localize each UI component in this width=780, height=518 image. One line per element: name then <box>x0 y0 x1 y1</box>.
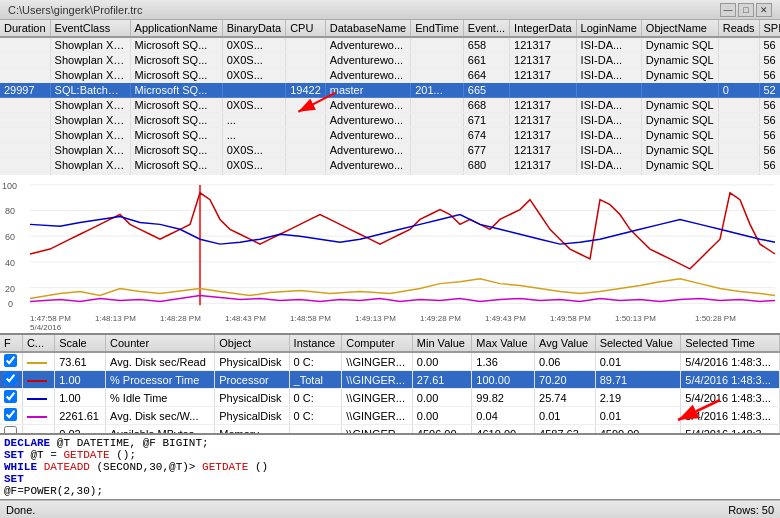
table-cell: 201... <box>411 83 464 98</box>
perf-cell-f[interactable] <box>0 425 22 436</box>
col-counter[interactable]: Counter <box>106 335 215 352</box>
col-duration[interactable]: Duration <box>0 20 50 37</box>
perf-cell: 0.00 <box>412 407 472 425</box>
table-cell: Showplan XML <box>50 128 130 143</box>
table-row[interactable]: Showplan XMLMicrosoft SQ...0X0S...Advent… <box>0 68 780 83</box>
perf-row[interactable]: 1.00% Processor TimeProcessor_Total\\GIN… <box>0 371 780 389</box>
col-object[interactable]: Object <box>215 335 289 352</box>
sql-line-1: DECLARE @T DATETIME, @F BIGINT; <box>4 437 776 449</box>
perf-checkbox[interactable] <box>4 408 17 421</box>
col-minval[interactable]: Min Value <box>412 335 472 352</box>
perf-checkbox[interactable] <box>4 426 17 435</box>
table-row[interactable]: Showplan XMLMicrosoft SQ...0X0S...Advent… <box>0 37 780 53</box>
col-spid[interactable]: SPID <box>759 20 780 37</box>
sql-line-4: SET <box>4 473 776 485</box>
table-cell <box>286 37 326 53</box>
perf-row[interactable]: 1.00% Idle TimePhysicalDisk0 C:\\GINGER.… <box>0 389 780 407</box>
perf-row[interactable]: 2261.61Avg. Disk sec/W...PhysicalDisk0 C… <box>0 407 780 425</box>
perf-cell: 0 C: <box>289 352 342 371</box>
col-loginname[interactable]: LoginName <box>576 20 641 37</box>
sql-section: DECLARE @T DATETIME, @F BIGINT; SET @T =… <box>0 435 780 500</box>
table-cell: 671 <box>463 113 509 128</box>
minimize-button[interactable]: — <box>720 3 736 17</box>
perf-cell: 5/4/2016 1:48:3... <box>681 352 780 371</box>
perf-cell: 27.61 <box>412 371 472 389</box>
col-endtime[interactable]: EndTime <box>411 20 464 37</box>
table-cell <box>411 98 464 113</box>
perf-section[interactable]: F C... Scale Counter Object Instance Com… <box>0 335 780 435</box>
table-cell <box>0 37 50 53</box>
color-indicator <box>27 398 47 400</box>
table-cell <box>0 158 50 173</box>
col-selval[interactable]: Selected Value <box>595 335 681 352</box>
col-f[interactable]: F <box>0 335 22 352</box>
event-table-wrapper[interactable]: Duration EventClass ApplicationName Bina… <box>0 20 780 175</box>
table-cell <box>411 128 464 143</box>
table-row[interactable]: Showplan XMLMicrosoft SQ...0X0S...Advent… <box>0 158 780 173</box>
table-cell: 677 <box>463 143 509 158</box>
perf-cell-color <box>22 352 54 371</box>
col-maxval[interactable]: Max Value <box>472 335 535 352</box>
col-binarydata[interactable]: BinaryData <box>222 20 285 37</box>
table-cell: Dynamic SQL <box>641 113 718 128</box>
status-right: Rows: 50 <box>728 504 774 516</box>
table-cell: 0X0S... <box>222 98 285 113</box>
table-cell <box>576 83 641 98</box>
table-cell <box>286 113 326 128</box>
table-cell: Adventurewo... <box>325 37 410 53</box>
table-cell: Microsoft SQ... <box>130 158 222 173</box>
table-cell: Dynamic SQL <box>641 98 718 113</box>
perf-cell-f[interactable] <box>0 371 22 389</box>
perf-cell: 4587.63 <box>535 425 596 436</box>
perf-cell: 5/4/2016 1:48:3... <box>681 425 780 436</box>
col-scale[interactable]: Scale <box>55 335 106 352</box>
perf-cell-f[interactable] <box>0 352 22 371</box>
perf-row[interactable]: 0.02Available MBytesMemory\\GINGER...450… <box>0 425 780 436</box>
perf-table-body: 73.61Avg. Disk sec/ReadPhysicalDisk0 C:\… <box>0 352 780 435</box>
col-intdata[interactable]: IntegerData <box>510 20 576 37</box>
svg-text:1:50:28 PM: 1:50:28 PM <box>695 314 736 323</box>
close-button[interactable]: ✕ <box>756 3 772 17</box>
col-c[interactable]: C... <box>22 335 54 352</box>
col-dbname[interactable]: DatabaseName <box>325 20 410 37</box>
table-row[interactable]: Showplan XMLMicrosoft SQ...0X0S...Advent… <box>0 53 780 68</box>
table-row[interactable]: Showplan XMLMicrosoft SQ......Adventurew… <box>0 113 780 128</box>
table-cell: master <box>325 83 410 98</box>
table-cell: Showplan XML <box>50 37 130 53</box>
perf-cell: 1.36 <box>472 352 535 371</box>
main-container: Duration EventClass ApplicationName Bina… <box>0 20 780 518</box>
col-objname[interactable]: ObjectName <box>641 20 718 37</box>
perf-checkbox[interactable] <box>4 372 17 385</box>
col-event[interactable]: Event... <box>463 20 509 37</box>
maximize-button[interactable]: □ <box>738 3 754 17</box>
table-cell <box>286 128 326 143</box>
table-cell <box>0 143 50 158</box>
col-reads[interactable]: Reads <box>718 20 759 37</box>
col-instance[interactable]: Instance <box>289 335 342 352</box>
table-cell: 665 <box>463 83 509 98</box>
col-computer[interactable]: Computer <box>342 335 413 352</box>
col-cpu[interactable]: CPU <box>286 20 326 37</box>
color-indicator <box>27 434 47 435</box>
col-avgval[interactable]: Avg Value <box>535 335 596 352</box>
col-eventclass[interactable]: EventClass <box>50 20 130 37</box>
table-cell <box>286 53 326 68</box>
table-row[interactable]: Showplan XMLMicrosoft SQ......Adventurew… <box>0 128 780 143</box>
col-seltime[interactable]: Selected Time <box>681 335 780 352</box>
table-cell <box>286 68 326 83</box>
table-row[interactable]: Showplan XMLMicrosoft SQ...0X0S...Advent… <box>0 98 780 113</box>
table-row[interactable]: Showplan XMLMicrosoft SQ...0X0S...Advent… <box>0 143 780 158</box>
table-cell: 121317 <box>510 37 576 53</box>
perf-cell: % Idle Time <box>106 389 215 407</box>
perf-cell-f[interactable] <box>0 389 22 407</box>
perf-checkbox[interactable] <box>4 354 17 367</box>
perf-cell-f[interactable] <box>0 407 22 425</box>
perf-cell: Available MBytes <box>106 425 215 436</box>
perf-cell: 0 C: <box>289 389 342 407</box>
perf-row[interactable]: 73.61Avg. Disk sec/ReadPhysicalDisk0 C:\… <box>0 352 780 371</box>
perf-checkbox[interactable] <box>4 390 17 403</box>
col-appname[interactable]: ApplicationName <box>130 20 222 37</box>
svg-text:1:49:28 PM: 1:49:28 PM <box>420 314 461 323</box>
table-row[interactable]: 29997SQL:BatchCompletedMicrosoft SQ...19… <box>0 83 780 98</box>
perf-cell: 0.00 <box>412 389 472 407</box>
